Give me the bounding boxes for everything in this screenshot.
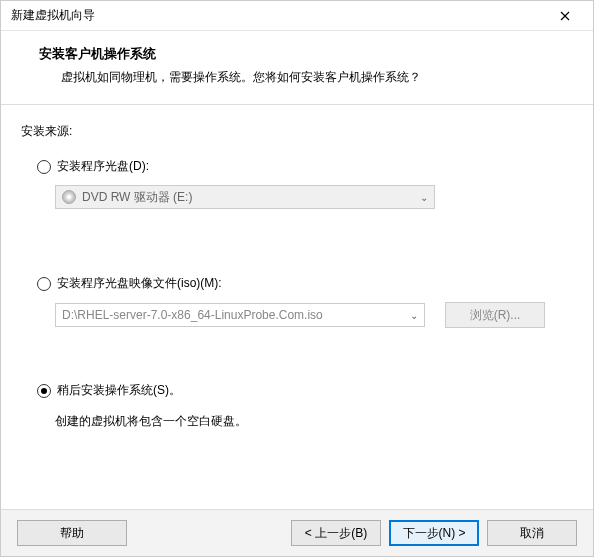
cancel-button[interactable]: 取消 xyxy=(487,520,577,546)
wizard-window: 新建虚拟机向导 安装客户机操作系统 虚拟机如同物理机，需要操作系统。您将如何安装… xyxy=(0,0,594,557)
help-button[interactable]: 帮助 xyxy=(17,520,127,546)
disc-drive-dropdown[interactable]: DVD RW 驱动器 (E:) ⌄ xyxy=(55,185,435,209)
option-install-later: 稍后安装操作系统(S)。 创建的虚拟机将包含一个空白硬盘。 xyxy=(37,382,573,430)
iso-path-dropdown[interactable]: D:\RHEL-server-7.0-x86_64-LinuxProbe.Com… xyxy=(55,303,425,327)
disc-icon xyxy=(62,190,76,204)
chevron-down-icon: ⌄ xyxy=(420,192,428,203)
close-button[interactable] xyxy=(545,2,585,30)
install-later-note: 创建的虚拟机将包含一个空白硬盘。 xyxy=(55,413,573,430)
wizard-header: 安装客户机操作系统 虚拟机如同物理机，需要操作系统。您将如何安装客户机操作系统？ xyxy=(1,31,593,105)
chevron-down-icon: ⌄ xyxy=(410,310,418,321)
next-button[interactable]: 下一步(N) > xyxy=(389,520,479,546)
radio-icon xyxy=(37,277,51,291)
content-area: 安装来源: 安装程序光盘(D): DVD RW 驱动器 (E:) ⌄ 安装程序光… xyxy=(1,105,593,509)
radio-label: 稍后安装操作系统(S)。 xyxy=(57,382,181,399)
footer: 帮助 < 上一步(B) 下一步(N) > 取消 xyxy=(1,509,593,556)
radio-iso-file[interactable]: 安装程序光盘映像文件(iso)(M): xyxy=(37,275,573,292)
option-iso-file: 安装程序光盘映像文件(iso)(M): D:\RHEL-server-7.0-x… xyxy=(37,275,573,328)
source-label: 安装来源: xyxy=(21,123,573,140)
radio-install-later[interactable]: 稍后安装操作系统(S)。 xyxy=(37,382,573,399)
close-icon xyxy=(560,11,570,21)
titlebar: 新建虚拟机向导 xyxy=(1,1,593,31)
header-title: 安装客户机操作系统 xyxy=(39,45,573,63)
browse-button[interactable]: 浏览(R)... xyxy=(445,302,545,328)
back-button[interactable]: < 上一步(B) xyxy=(291,520,381,546)
dropdown-value: DVD RW 驱动器 (E:) xyxy=(82,189,192,206)
header-subtitle: 虚拟机如同物理机，需要操作系统。您将如何安装客户机操作系统？ xyxy=(39,69,573,86)
radio-label: 安装程序光盘(D): xyxy=(57,158,149,175)
radio-installer-disc[interactable]: 安装程序光盘(D): xyxy=(37,158,573,175)
option-installer-disc: 安装程序光盘(D): DVD RW 驱动器 (E:) ⌄ xyxy=(37,158,573,209)
radio-icon-checked xyxy=(37,384,51,398)
radio-label: 安装程序光盘映像文件(iso)(M): xyxy=(57,275,222,292)
window-title: 新建虚拟机向导 xyxy=(11,7,95,24)
radio-icon xyxy=(37,160,51,174)
iso-path-value: D:\RHEL-server-7.0-x86_64-LinuxProbe.Com… xyxy=(62,308,323,322)
